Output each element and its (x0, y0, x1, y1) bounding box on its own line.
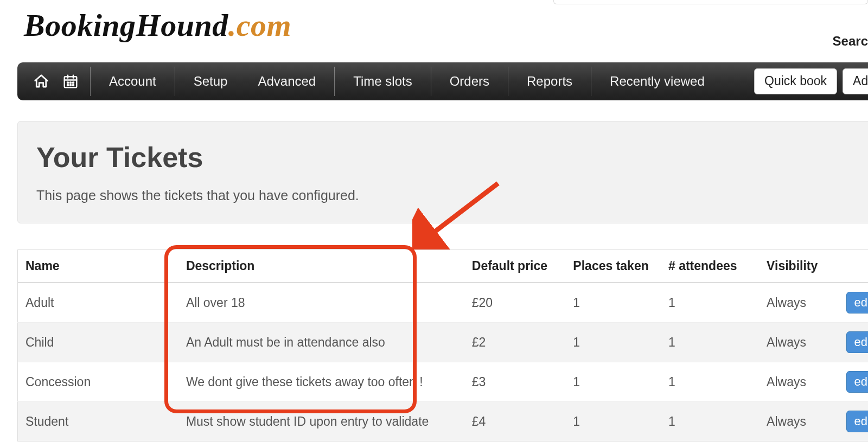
svg-point-7 (67, 85, 68, 86)
logo-brand-text: BookingHound (24, 8, 228, 43)
cell-price: £2 (464, 323, 566, 362)
table-row: StudentMust show student ID upon entry t… (18, 402, 869, 441)
nav-divider (175, 67, 175, 96)
cell-edit: edit (833, 362, 868, 402)
col-description: Description (178, 250, 464, 283)
cell-places: 1 (565, 362, 661, 402)
cell-places: 1 (565, 323, 661, 362)
svg-point-8 (70, 85, 71, 86)
cell-places: 1 (565, 283, 661, 323)
page-subtitle: This page shows the tickets that you hav… (36, 188, 868, 203)
col-places-taken: Places taken (565, 250, 661, 283)
add-button[interactable]: Add (843, 68, 868, 94)
nav-orders[interactable]: Orders (435, 62, 505, 100)
edit-button[interactable]: edit (846, 411, 868, 432)
cell-name: Student (18, 402, 178, 441)
logo-suffix-text: .com (228, 8, 291, 43)
cell-description: An Adult must be in attendance also (178, 323, 464, 362)
cell-visibility: Always (759, 323, 833, 362)
nav-divider (508, 67, 508, 96)
col-name: Name (18, 250, 178, 283)
cell-name: Adult (18, 283, 178, 323)
tickets-table: Name Description Default price Places ta… (17, 249, 868, 441)
cell-attendees: 1 (661, 323, 759, 362)
cell-price: £3 (464, 362, 566, 402)
cell-edit: edit (833, 283, 868, 323)
svg-point-6 (73, 82, 74, 84)
col-visibility: Visibility (759, 250, 833, 283)
col-attendees: # attendees (661, 250, 759, 283)
page-header-panel: Your Tickets This page shows the tickets… (17, 121, 868, 223)
cell-places: 1 (565, 402, 661, 441)
edit-button[interactable]: edit (846, 371, 868, 393)
cell-name: Child (18, 323, 178, 362)
nav-setup[interactable]: Setup (178, 62, 243, 100)
cell-edit: edit (833, 402, 868, 441)
search-label: Searc (833, 34, 868, 49)
table-row: ConcessionWe dont give these tickets awa… (18, 362, 869, 402)
edit-button[interactable]: edit (846, 292, 868, 313)
quick-book-button[interactable]: Quick book (754, 68, 837, 94)
cell-edit: edit (833, 323, 868, 362)
calendar-icon[interactable] (58, 71, 84, 92)
cell-attendees: 1 (661, 283, 759, 323)
home-icon[interactable] (28, 71, 54, 92)
cell-name: Concession (18, 362, 178, 402)
nav-reports[interactable]: Reports (512, 62, 588, 100)
cell-description: Must show student ID upon entry to valid… (178, 402, 464, 441)
table-row: ChildAn Adult must be in attendance also… (18, 323, 869, 362)
cell-attendees: 1 (661, 362, 759, 402)
cell-price: £20 (464, 283, 566, 323)
cell-attendees: 1 (661, 402, 759, 441)
logo-area: BookingHound.com Searc (17, 0, 868, 57)
nav-advanced[interactable]: Advanced (242, 62, 331, 100)
nav-divider (431, 67, 431, 96)
cell-visibility: Always (759, 362, 833, 402)
cell-description: All over 18 (178, 283, 464, 323)
nav-recently-viewed[interactable]: Recently viewed (595, 62, 720, 100)
nav-divider (591, 67, 591, 96)
page-title: Your Tickets (36, 141, 868, 174)
svg-point-4 (67, 82, 68, 84)
col-default-price: Default price (464, 250, 566, 283)
edit-button[interactable]: edit (846, 331, 868, 353)
cell-visibility: Always (759, 402, 833, 441)
nav-divider (334, 67, 335, 96)
nav-account[interactable]: Account (94, 62, 171, 100)
cell-visibility: Always (759, 283, 833, 323)
main-navbar: Account Setup Advanced Time slots Orders… (17, 62, 868, 100)
cell-description: We dont give these tickets away too ofte… (178, 362, 464, 402)
nav-time-slots[interactable]: Time slots (338, 62, 427, 100)
col-edit (833, 250, 868, 283)
svg-point-9 (73, 85, 74, 86)
brand-logo: BookingHound.com (24, 10, 291, 41)
cell-price: £4 (464, 402, 566, 441)
table-row: AdultAll over 18£2011Alwaysedit (18, 283, 869, 323)
tickets-table-wrap: Name Description Default price Places ta… (17, 249, 868, 441)
nav-divider (90, 67, 91, 96)
table-header-row: Name Description Default price Places ta… (18, 250, 869, 283)
svg-point-5 (70, 82, 71, 84)
